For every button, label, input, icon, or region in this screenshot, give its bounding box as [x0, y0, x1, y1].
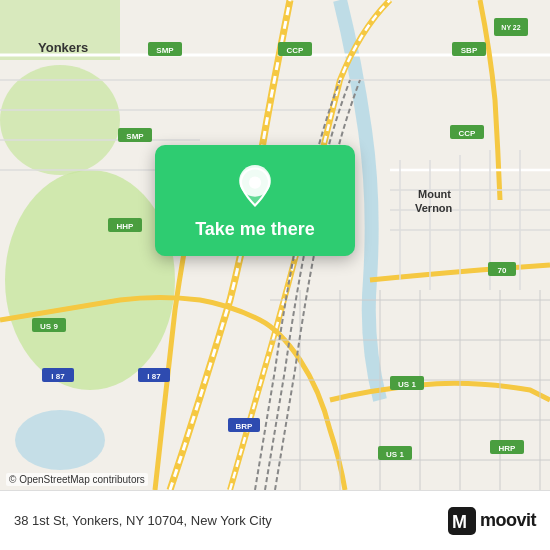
svg-text:US 9: US 9 — [40, 322, 58, 331]
svg-text:M: M — [452, 512, 467, 532]
svg-text:Yonkers: Yonkers — [38, 40, 88, 55]
moovit-icon: M — [448, 507, 476, 535]
svg-text:I 87: I 87 — [147, 372, 161, 381]
svg-text:CCP: CCP — [287, 46, 305, 55]
svg-text:US 1: US 1 — [386, 450, 404, 459]
svg-point-1 — [5, 170, 175, 390]
svg-text:SMP: SMP — [156, 46, 174, 55]
map-container: SMP CCP SBP NY 22 SMP CCP HHP US 9 I 87 … — [0, 0, 550, 490]
location-pin-icon — [233, 165, 277, 209]
svg-text:70: 70 — [498, 266, 507, 275]
svg-text:Mount: Mount — [418, 188, 451, 200]
location-card[interactable]: Take me there — [155, 145, 355, 256]
svg-text:SMP: SMP — [126, 132, 144, 141]
svg-point-2 — [0, 65, 120, 175]
moovit-wordmark: moovit — [480, 510, 536, 531]
take-me-there-button[interactable]: Take me there — [195, 219, 315, 240]
address-text: 38 1st St, Yonkers, NY 10704, New York C… — [14, 513, 448, 528]
footer-bar: 38 1st St, Yonkers, NY 10704, New York C… — [0, 490, 550, 550]
svg-text:HRP: HRP — [499, 444, 517, 453]
svg-point-63 — [15, 410, 105, 470]
svg-text:NY 22: NY 22 — [501, 24, 520, 31]
svg-text:US 1: US 1 — [398, 380, 416, 389]
svg-text:Vernon: Vernon — [415, 202, 453, 214]
svg-point-65 — [249, 176, 261, 188]
svg-text:CCP: CCP — [459, 129, 477, 138]
svg-text:I 87: I 87 — [51, 372, 65, 381]
svg-text:HHP: HHP — [117, 222, 135, 231]
svg-text:BRP: BRP — [236, 422, 254, 431]
osm-credit: © OpenStreetMap contributors — [6, 473, 148, 486]
svg-text:SBP: SBP — [461, 46, 478, 55]
moovit-logo: M moovit — [448, 507, 536, 535]
